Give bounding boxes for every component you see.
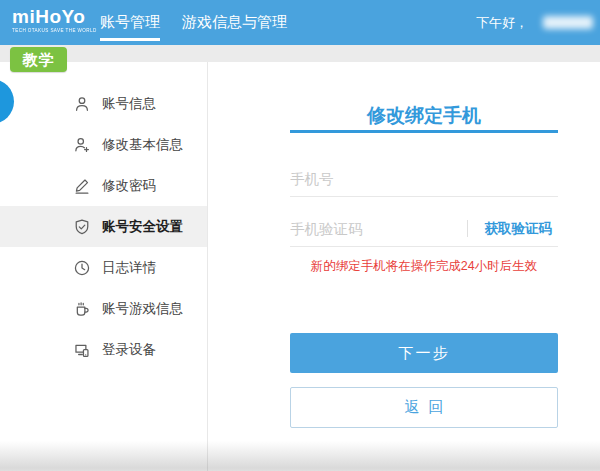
phone-field-row [290,161,558,197]
sidebar-item-edit-basic-info[interactable]: 修改基本信息 [0,124,207,165]
sidebar-item-log-details[interactable]: 日志详情 [0,247,207,288]
cup-icon [73,300,91,318]
sidebar-item-label: 修改密码 [102,177,156,195]
sidebar-item-label: 日志详情 [102,259,156,277]
sidebar-item-account-info[interactable]: 账号信息 [0,83,207,124]
effective-time-notice: 新的绑定手机将在操作完成24小时后生效 [280,258,568,275]
top-header: miHoYo TECH OTAKUS SAVE THE WORLD 账号管理 游… [0,0,600,45]
username-redacted [543,16,593,29]
tab-account-management[interactable]: 账号管理 [100,0,160,45]
subheader-band [0,45,600,62]
devices-icon [73,341,91,359]
sidebar-item-label: 账号信息 [102,95,156,113]
title-underline [290,130,558,133]
sidebar-nav: 账号信息 修改基本信息 修改密码 账号安全设置 日志详情 账号游戏信息 [0,62,207,370]
logo-brand-text: miHoYo [12,7,97,27]
sidebar-item-label: 修改基本信息 [102,136,183,154]
pencil-icon [73,177,91,195]
sidebar-item-label: 账号游戏信息 [102,300,183,318]
user-icon [73,95,91,113]
tutorial-badge: 教学 [10,47,67,72]
logo-tagline: TECH OTAKUS SAVE THE WORLD [12,28,97,33]
sidebar-item-label: 登录设备 [102,341,156,359]
sidebar-divider [207,62,208,471]
sidebar-item-security-settings[interactable]: 账号安全设置 [0,206,207,247]
sidebar-item-label: 账号安全设置 [102,218,183,236]
verification-code-input[interactable] [290,211,467,246]
next-step-button[interactable]: 下一步 [290,333,558,373]
clock-icon [73,259,91,277]
form-title: 修改绑定手机 [290,103,558,129]
back-button[interactable]: 返回 [290,387,558,428]
bottom-fade-gradient [0,441,600,471]
greeting-text: 下午好， [476,0,528,45]
shield-check-icon [73,218,91,236]
phone-input[interactable] [290,161,558,196]
sidebar-item-account-game-info[interactable]: 账号游戏信息 [0,288,207,329]
get-code-link[interactable]: 获取验证码 [468,220,559,238]
code-field-row: 获取验证码 [290,211,558,247]
mihoyo-logo: miHoYo TECH OTAKUS SAVE THE WORLD [12,7,97,33]
sidebar-item-login-devices[interactable]: 登录设备 [0,329,207,370]
sidebar-item-change-password[interactable]: 修改密码 [0,165,207,206]
tab-game-info-management[interactable]: 游戏信息与管理 [182,0,287,45]
user-edit-icon [73,136,91,154]
